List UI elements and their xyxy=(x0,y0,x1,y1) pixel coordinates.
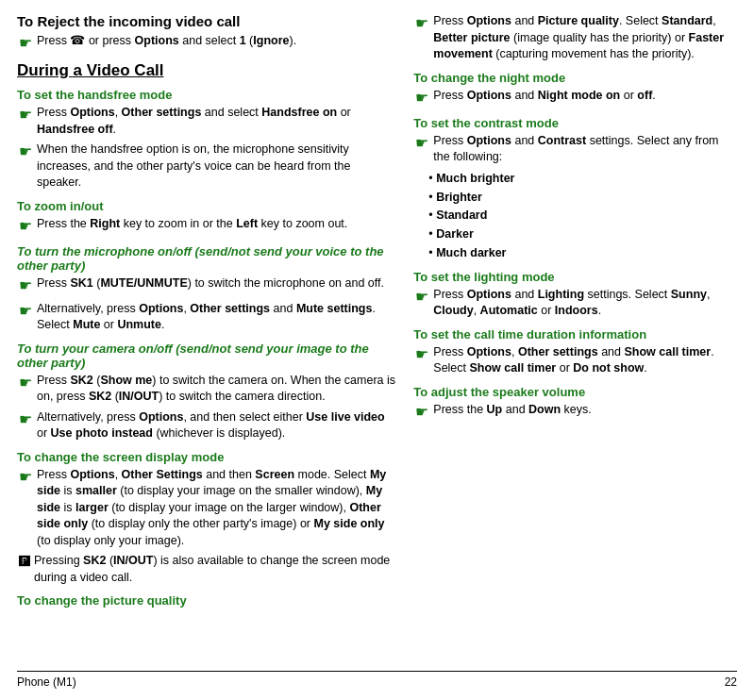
bullet-icon: ☛ xyxy=(415,402,428,423)
bullet-icon: ☛ xyxy=(415,133,428,154)
speaker-volume-bullet-1: ☛ Press the Up and Down keys. xyxy=(413,402,737,423)
note-icon: 🅿 xyxy=(19,553,30,570)
handsfree-text-1: Press Options, Other settings and select… xyxy=(37,105,396,138)
contrast-sub-1: Much brighter xyxy=(413,170,737,188)
camera-text-2: Alternatively, press Options, and then s… xyxy=(37,409,396,442)
contrast-mode-heading: To set the contrast mode xyxy=(413,116,737,130)
zoom-text-1: Press the Right key to zoom in or the Le… xyxy=(37,216,347,233)
contrast-mode-text-1: Press Options and Contrast settings. Sel… xyxy=(433,133,737,166)
bullet-icon: ☛ xyxy=(19,275,32,296)
picture-quality-text-1: Press Options and Picture quality. Selec… xyxy=(433,13,737,63)
picture-quality-heading: To change the picture quality xyxy=(17,593,396,608)
handsfree-text-2: When the handsfree option is on, the mic… xyxy=(37,142,396,192)
night-mode-heading: To change the night mode xyxy=(413,71,737,85)
bullet-icon: ☛ xyxy=(415,88,428,108)
call-timer-heading: To set the call time duration informatio… xyxy=(413,327,737,342)
lighting-mode-bullet-1: ☛ Press Options and Lighting settings. S… xyxy=(413,287,737,320)
microphone-heading: To turn the microphone on/off (send/not … xyxy=(17,244,396,273)
speaker-volume-heading: To adjust the speaker volume xyxy=(413,385,737,399)
handsfree-bullet-2: ☛ When the handsfree option is on, the m… xyxy=(17,142,396,192)
camera-text-1: Press SK2 (Show me) to switch the camera… xyxy=(37,373,396,406)
bullet-icon: ☛ xyxy=(19,409,32,430)
bullet-icon: ☛ xyxy=(19,142,32,162)
contrast-sub-3: Standard xyxy=(413,207,737,225)
screen-mode-heading: To change the screen display mode xyxy=(17,450,396,464)
bullet-icon: ☛ xyxy=(19,105,32,125)
camera-heading: To turn your camera on/off (send/not sen… xyxy=(17,342,396,370)
handsfree-bullet-1: ☛ Press Options, Other settings and sele… xyxy=(17,105,396,138)
night-mode-text-1: Press Options and Night mode on or off. xyxy=(433,88,655,105)
microphone-bullet-2: ☛ Alternatively, press Options, Other se… xyxy=(17,301,396,334)
bullet-icon: ☛ xyxy=(415,287,428,308)
bullet-icon: ☛ xyxy=(19,33,32,54)
microphone-text-1: Press SK1 (MUTE/UNMUTE) to switch the mi… xyxy=(37,275,384,292)
bullet-icon: ☛ xyxy=(19,216,32,237)
screen-mode-note: 🅿 Pressing SK2 (IN/OUT) is also availabl… xyxy=(17,553,396,586)
camera-bullet-2: ☛ Alternatively, press Options, and then… xyxy=(17,409,396,442)
call-timer-bullet-1: ☛ Press Options, Other settings and Show… xyxy=(413,344,737,377)
contrast-mode-bullet-1: ☛ Press Options and Contrast settings. S… xyxy=(413,133,737,166)
section-reject-title: To Reject the incoming video call xyxy=(17,13,396,29)
contrast-sub-2: Brighter xyxy=(413,189,737,207)
microphone-bullet-1: ☛ Press SK1 (MUTE/UNMUTE) to switch the … xyxy=(17,275,396,296)
microphone-text-2: Alternatively, press Options, Other sett… xyxy=(37,301,396,334)
picture-quality-bullet-1: ☛ Press Options and Picture quality. Sel… xyxy=(413,13,737,63)
screen-mode-note-text: Pressing SK2 (IN/OUT) is also available … xyxy=(34,553,396,586)
bullet-icon: ☛ xyxy=(19,467,32,488)
screen-mode-bullet-1: ☛ Press Options, Other Settings and then… xyxy=(17,467,396,550)
night-mode-bullet-1: ☛ Press Options and Night mode on or off… xyxy=(413,88,737,108)
camera-bullet-1: ☛ Press SK2 (Show me) to switch the came… xyxy=(17,373,396,406)
zoom-heading: To zoom in/out xyxy=(17,199,396,213)
lighting-mode-heading: To set the lighting mode xyxy=(413,270,737,284)
screen-mode-text-1: Press Options, Other Settings and then S… xyxy=(37,467,396,550)
handsfree-heading: To set the handsfree mode xyxy=(17,88,396,102)
bullet-icon: ☛ xyxy=(19,301,32,322)
bullet-icon: ☛ xyxy=(415,344,428,365)
during-video-call-heading: During a Video Call xyxy=(17,61,396,80)
reject-bullet-1: ☛ Press ☎ or press Options and select 1 … xyxy=(17,33,396,54)
right-column: ☛ Press Options and Picture quality. Sel… xyxy=(413,11,737,610)
bullet-icon: ☛ xyxy=(19,373,32,393)
left-column: To Reject the incoming video call ☛ Pres… xyxy=(17,11,396,610)
contrast-sub-5: Much darker xyxy=(413,244,737,262)
reject-text-1: Press ☎ or press Options and select 1 (I… xyxy=(37,33,296,50)
speaker-volume-text-1: Press the Up and Down keys. xyxy=(433,402,591,419)
contrast-sub-4: Darker xyxy=(413,225,737,243)
bullet-icon: ☛ xyxy=(415,13,428,34)
footer-right: 22 xyxy=(725,675,737,689)
footer-left: Phone (M1) xyxy=(17,675,76,689)
lighting-mode-text-1: Press Options and Lighting settings. Sel… xyxy=(433,287,737,320)
call-timer-text-1: Press Options, Other settings and Show c… xyxy=(433,344,737,377)
page-footer: Phone (M1) 22 xyxy=(17,671,737,689)
zoom-bullet-1: ☛ Press the Right key to zoom in or the … xyxy=(17,216,396,237)
